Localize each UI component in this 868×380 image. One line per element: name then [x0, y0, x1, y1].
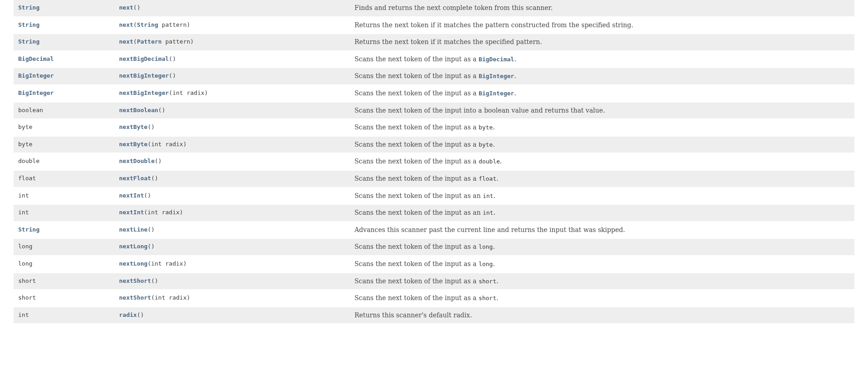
- return-type-cell: BigInteger: [14, 85, 115, 102]
- description-suffix: .: [493, 123, 494, 131]
- method-name-link[interactable]: nextFloat: [119, 175, 151, 182]
- method-row: shortnextShort()Scans the next token of …: [14, 273, 854, 290]
- method-description: Returns the next token if it matches the…: [354, 21, 850, 30]
- method-name-link[interactable]: nextBigInteger: [119, 89, 169, 96]
- method-description-cell: Returns this scanner's default radix.: [350, 307, 854, 324]
- method-name-link[interactable]: nextByte: [119, 141, 148, 148]
- method-description-cell: Scans the next token of the input as a b…: [350, 119, 854, 136]
- description-code: double: [479, 158, 500, 165]
- method-signature-cell: next(Pattern pattern): [115, 34, 350, 51]
- description-code: short: [479, 278, 496, 285]
- return-type-link[interactable]: BigDecimal: [18, 55, 54, 62]
- method-params: (): [151, 175, 158, 182]
- description-suffix: .: [514, 72, 516, 79]
- method-name-link[interactable]: nextLine: [119, 226, 148, 233]
- method-signature-cell: nextByte(int radix): [115, 136, 350, 153]
- return-type-link[interactable]: String: [18, 21, 40, 28]
- method-row: longnextLong(int radix)Scans the next to…: [14, 256, 854, 273]
- return-type-cell: BigDecimal: [14, 51, 115, 68]
- description-prefix: Scans the next token of the input as a: [354, 175, 479, 182]
- method-row: BigDecimalnextBigDecimal()Scans the next…: [14, 51, 854, 68]
- description-suffix: .: [514, 89, 516, 97]
- description-prefix: Scans the next token of the input as a: [354, 141, 479, 148]
- method-name-link[interactable]: radix: [119, 311, 137, 318]
- method-name-link[interactable]: nextDouble: [119, 158, 155, 164]
- method-name-link[interactable]: nextByte: [119, 123, 148, 130]
- param-type-link[interactable]: String: [137, 21, 158, 28]
- description-code: float: [479, 175, 496, 182]
- return-type-link[interactable]: String: [18, 4, 40, 11]
- description-code: int: [483, 209, 493, 216]
- return-type-cell: byte: [14, 119, 115, 136]
- method-params: (): [148, 123, 155, 130]
- description-suffix: .: [496, 175, 498, 182]
- method-description: Scans the next token of the input as a b…: [354, 123, 850, 132]
- method-name-link[interactable]: nextLong: [119, 243, 148, 250]
- return-type-cell: String: [14, 17, 115, 34]
- description-prefix: Scans the next token of the input as a: [354, 294, 479, 301]
- return-type-text: byte: [18, 123, 32, 130]
- description-type-link[interactable]: BigInteger: [479, 73, 514, 79]
- method-row: StringnextLine()Advances this scanner pa…: [14, 222, 854, 239]
- return-type-link[interactable]: BigInteger: [18, 89, 54, 96]
- method-params: (): [144, 192, 151, 199]
- description-prefix: Scans the next token of the input as a: [354, 243, 479, 250]
- description-suffix: .: [500, 158, 502, 165]
- method-name-link[interactable]: nextLong: [119, 260, 148, 267]
- method-description: Scans the next token of the input into a…: [354, 106, 850, 115]
- method-row: intnextInt(int radix)Scans the next toke…: [14, 204, 854, 222]
- method-params: (): [148, 243, 155, 250]
- method-params: (int radix): [144, 209, 183, 216]
- method-name-link[interactable]: nextInt: [119, 209, 144, 216]
- description-suffix: .: [514, 55, 516, 63]
- return-type-text: float: [18, 175, 36, 182]
- method-name-link[interactable]: nextShort: [119, 277, 151, 284]
- method-row: doublenextDouble()Scans the next token o…: [14, 153, 854, 170]
- method-description: Scans the next token of the input as an …: [354, 208, 850, 217]
- method-params: (): [158, 107, 165, 114]
- method-name-link[interactable]: next: [119, 38, 133, 45]
- return-type-cell: double: [14, 153, 115, 170]
- return-type-link[interactable]: String: [18, 226, 40, 233]
- return-type-link[interactable]: String: [18, 38, 40, 45]
- method-description-cell: Scans the next token of the input as a b…: [350, 136, 854, 153]
- method-description-cell: Returns the next token if it matches the…: [350, 17, 854, 34]
- method-description-cell: Scans the next token of the input as a B…: [350, 51, 854, 68]
- return-type-text: byte: [18, 141, 32, 148]
- method-row: shortnextShort(int radix)Scans the next …: [14, 290, 854, 307]
- method-description: Scans the next token of the input as a l…: [354, 260, 850, 269]
- description-text: Finds and returns the next complete toke…: [354, 4, 553, 11]
- return-type-link[interactable]: BigInteger: [18, 72, 54, 79]
- method-params: (): [151, 277, 158, 284]
- description-prefix: Scans the next token of the input as an: [354, 209, 483, 216]
- method-name-link[interactable]: nextBigDecimal: [119, 55, 169, 62]
- method-name-link[interactable]: next: [119, 4, 133, 11]
- description-text: Advances this scanner past the current l…: [354, 226, 625, 233]
- method-name-link[interactable]: next: [119, 21, 133, 28]
- description-prefix: Scans the next token of the input as a: [354, 277, 479, 285]
- method-name-link[interactable]: nextBoolean: [119, 107, 158, 114]
- method-signature-cell: nextDouble(): [115, 153, 350, 170]
- return-type-cell: int: [14, 204, 115, 222]
- return-type-text: int: [18, 209, 29, 216]
- method-name-link[interactable]: nextBigInteger: [119, 72, 169, 79]
- return-type-text: double: [18, 158, 40, 164]
- method-row: Stringnext(String pattern)Returns the ne…: [14, 17, 854, 34]
- description-code: int: [483, 192, 493, 199]
- method-params: (): [169, 72, 176, 79]
- return-type-cell: boolean: [14, 102, 115, 119]
- description-type-link[interactable]: BigInteger: [479, 90, 514, 97]
- description-prefix: Scans the next token of the input as a: [354, 158, 479, 165]
- return-type-cell: BigInteger: [14, 68, 115, 85]
- method-row: intnextInt()Scans the next token of the …: [14, 188, 854, 205]
- method-row: BigIntegernextBigInteger()Scans the next…: [14, 68, 854, 85]
- method-row: Stringnext()Finds and returns the next c…: [14, 0, 854, 17]
- param-type-link[interactable]: Pattern: [137, 38, 162, 45]
- method-name-link[interactable]: nextShort: [119, 294, 151, 301]
- description-suffix: .: [496, 277, 498, 285]
- method-signature-cell: radix(): [115, 307, 350, 324]
- description-type-link[interactable]: BigDecimal: [479, 56, 514, 63]
- method-description-cell: Scans the next token of the input as a s…: [350, 273, 854, 290]
- description-text: Returns the next token if it matches the…: [354, 21, 633, 29]
- method-name-link[interactable]: nextInt: [119, 192, 144, 199]
